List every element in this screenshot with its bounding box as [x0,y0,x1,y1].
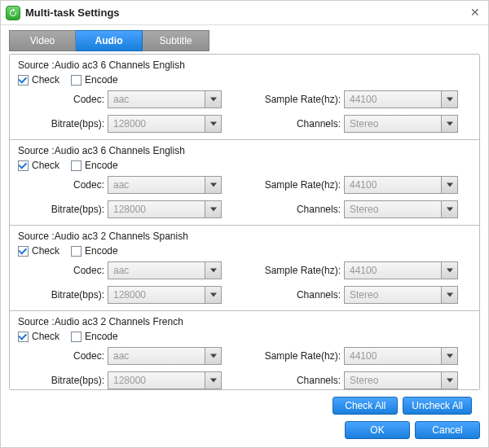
encode-option[interactable]: Encode [71,331,118,342]
encode-label: Encode [85,160,118,171]
channels-value: Stereo [345,204,441,215]
sample-rate-select[interactable]: 44100 [344,90,458,108]
bitrate-select[interactable]: 128000 [108,200,222,218]
sample-rate-label: Sample Rate(hz): [254,179,344,191]
channels-select[interactable]: Stereo [344,371,458,389]
chevron-down-icon[interactable] [205,177,221,193]
cancel-button[interactable]: Cancel [415,421,480,439]
check-checkbox[interactable] [18,160,29,171]
channels-label: Channels: [254,375,344,386]
chevron-down-icon[interactable] [205,287,221,303]
channels-select[interactable]: Stereo [344,115,458,133]
channels-value: Stereo [345,118,441,130]
source-label: Source :Audio ac3 6 Channels English [18,59,471,71]
codec-value: aac [108,350,205,362]
chevron-down-icon[interactable] [441,372,457,389]
check-checkbox[interactable] [18,246,29,257]
bitrate-value: 128000 [108,118,205,130]
chevron-down-icon[interactable] [441,287,457,303]
check-label: Check [32,245,59,257]
audio-track: Source :Audio ac3 6 Channels English Che… [10,55,479,140]
encode-checkbox[interactable] [71,332,82,342]
codec-value: aac [108,179,205,191]
check-checkbox[interactable] [18,332,29,342]
audio-track: Source :Audio ac3 2 Channels Spanish Che… [10,226,479,311]
codec-label: Codec: [18,350,108,362]
check-option[interactable]: Check [18,245,59,257]
track-check-row: Check Encode [18,74,471,86]
bitrate-select[interactable]: 128000 [108,371,222,389]
channels-value: Stereo [345,289,441,301]
check-option[interactable]: Check [18,74,59,86]
check-label: Check [32,160,59,171]
encode-checkbox[interactable] [71,75,82,86]
tab-subtitle[interactable]: Subtitle [143,30,209,51]
sample-rate-value: 44100 [345,94,441,105]
codec-select[interactable]: aac [108,90,222,108]
bitrate-select[interactable]: 128000 [108,115,222,133]
chevron-down-icon[interactable] [441,177,457,193]
title-bar: Multi-task Settings ✕ [1,1,488,25]
encode-label: Encode [85,74,118,86]
chevron-down-icon[interactable] [205,116,221,132]
encode-checkbox[interactable] [71,246,82,257]
bitrate-value: 128000 [108,375,205,386]
chevron-down-icon[interactable] [441,262,457,279]
channels-label: Channels: [254,289,344,301]
check-all-button[interactable]: Check All [333,397,398,415]
app-icon [6,6,20,20]
chevron-down-icon[interactable] [441,116,457,132]
chevron-down-icon[interactable] [205,372,221,389]
chevron-down-icon[interactable] [205,91,221,108]
codec-select[interactable]: aac [108,176,222,194]
check-checkbox[interactable] [18,75,29,86]
channels-value: Stereo [345,375,441,386]
codec-label: Codec: [18,265,108,276]
chevron-down-icon[interactable] [205,262,221,279]
sample-rate-select[interactable]: 44100 [344,261,458,279]
encode-option[interactable]: Encode [71,245,118,257]
bitrate-label: Bitrate(bps): [18,289,108,301]
sample-rate-select[interactable]: 44100 [344,347,458,365]
bitrate-value: 128000 [108,204,205,215]
sample-rate-label: Sample Rate(hz): [254,94,344,105]
bitrate-select[interactable]: 128000 [108,286,222,304]
encode-checkbox[interactable] [71,160,82,171]
tab-video[interactable]: Video [9,30,76,51]
tab-bar: Video Audio Subtitle [9,30,480,51]
codec-select[interactable]: aac [108,261,222,279]
source-label: Source :Audio ac3 2 Channels Spanish [18,231,471,242]
check-option[interactable]: Check [18,331,59,342]
sample-rate-value: 44100 [345,350,441,362]
source-label: Source :Audio ac3 2 Channels French [18,316,471,327]
check-label: Check [32,331,59,342]
check-option[interactable]: Check [18,160,59,171]
codec-label: Codec: [18,179,108,191]
content-area: Video Audio Subtitle Source :Audio ac3 6… [1,25,488,418]
codec-select[interactable]: aac [108,347,222,365]
tab-audio[interactable]: Audio [76,30,143,51]
track-check-row: Check Encode [18,245,471,257]
refresh-icon [8,8,18,18]
channels-select[interactable]: Stereo [344,200,458,218]
chevron-down-icon[interactable] [205,348,221,364]
track-fields: Codec: aac Sample Rate(hz): 44100 Bitrat… [18,90,471,133]
codec-label: Codec: [18,94,108,105]
chevron-down-icon[interactable] [441,348,457,364]
channels-select[interactable]: Stereo [344,286,458,304]
encode-option[interactable]: Encode [71,160,118,171]
ok-button[interactable]: OK [345,421,410,439]
encode-option[interactable]: Encode [71,74,118,86]
channels-label: Channels: [254,204,344,215]
audio-track: Source :Audio ac3 6 Channels English Che… [10,140,479,226]
chevron-down-icon[interactable] [205,201,221,217]
sample-rate-select[interactable]: 44100 [344,176,458,194]
chevron-down-icon[interactable] [441,91,457,108]
track-fields: Codec: aac Sample Rate(hz): 44100 Bitrat… [18,261,471,304]
uncheck-all-button[interactable]: Uncheck All [403,397,472,415]
chevron-down-icon[interactable] [441,201,457,217]
close-button[interactable]: ✕ [469,7,482,20]
channels-label: Channels: [254,118,344,130]
sample-rate-value: 44100 [345,179,441,191]
sample-rate-label: Sample Rate(hz): [254,350,344,362]
